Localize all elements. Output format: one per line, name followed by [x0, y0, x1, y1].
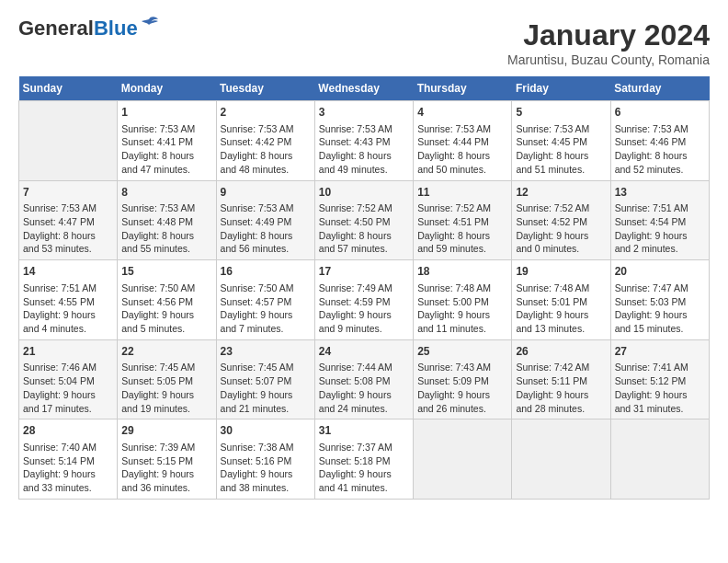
day-number: 4 [417, 105, 507, 121]
day-number: 2 [221, 105, 311, 121]
day-info: Sunrise: 7:50 AMSunset: 4:56 PMDaylight:… [121, 282, 211, 336]
calendar-cell: 24Sunrise: 7:44 AMSunset: 5:08 PMDayligh… [314, 339, 413, 419]
day-number: 25 [417, 344, 507, 360]
day-number: 18 [417, 264, 507, 280]
weekday-header-sunday: Sunday [19, 76, 118, 101]
weekday-header-friday: Friday [512, 76, 610, 101]
title-block: January 2024 Maruntisu, Buzau County, Ro… [507, 18, 710, 67]
calendar-cell: 19Sunrise: 7:48 AMSunset: 5:01 PMDayligh… [512, 260, 610, 340]
calendar-cell: 22Sunrise: 7:45 AMSunset: 5:05 PMDayligh… [118, 339, 216, 419]
calendar-week-row: 7Sunrise: 7:53 AMSunset: 4:47 PMDaylight… [19, 180, 710, 260]
day-number: 30 [221, 423, 311, 439]
day-info: Sunrise: 7:51 AMSunset: 4:54 PMDaylight:… [615, 201, 705, 256]
day-number: 7 [23, 185, 113, 201]
day-number: 13 [615, 185, 705, 201]
calendar-cell: 17Sunrise: 7:49 AMSunset: 4:59 PMDayligh… [314, 260, 413, 340]
day-info: Sunrise: 7:53 AMSunset: 4:48 PMDaylight:… [121, 201, 211, 256]
calendar-cell: 11Sunrise: 7:52 AMSunset: 4:51 PMDayligh… [414, 180, 512, 260]
day-info: Sunrise: 7:39 AMSunset: 5:15 PMDaylight:… [121, 441, 211, 495]
day-number: 23 [221, 344, 311, 360]
day-info: Sunrise: 7:51 AMSunset: 4:55 PMDaylight:… [23, 282, 113, 336]
day-info: Sunrise: 7:43 AMSunset: 5:09 PMDaylight:… [417, 361, 507, 415]
day-info: Sunrise: 7:40 AMSunset: 5:14 PMDaylight:… [23, 441, 113, 495]
calendar-cell: 26Sunrise: 7:42 AMSunset: 5:11 PMDayligh… [512, 339, 610, 419]
calendar-week-row: 1Sunrise: 7:53 AMSunset: 4:41 PMDaylight… [19, 101, 710, 181]
logo-bird-icon [140, 16, 160, 32]
calendar-cell: 10Sunrise: 7:52 AMSunset: 4:50 PMDayligh… [314, 180, 413, 260]
calendar-cell: 4Sunrise: 7:53 AMSunset: 4:44 PMDaylight… [414, 101, 512, 181]
calendar-cell: 6Sunrise: 7:53 AMSunset: 4:46 PMDaylight… [610, 101, 709, 181]
day-number: 28 [23, 423, 113, 439]
day-number: 14 [23, 264, 113, 280]
day-info: Sunrise: 7:44 AMSunset: 5:08 PMDaylight:… [319, 361, 409, 415]
day-number: 27 [615, 344, 705, 360]
calendar-cell: 13Sunrise: 7:51 AMSunset: 4:54 PMDayligh… [610, 180, 709, 260]
day-info: Sunrise: 7:45 AMSunset: 5:05 PMDaylight:… [121, 361, 211, 415]
day-number: 24 [319, 344, 409, 360]
calendar-cell: 16Sunrise: 7:50 AMSunset: 4:57 PMDayligh… [216, 260, 314, 340]
calendar-cell: 5Sunrise: 7:53 AMSunset: 4:45 PMDaylight… [512, 101, 610, 181]
day-number: 9 [221, 185, 311, 201]
day-info: Sunrise: 7:53 AMSunset: 4:41 PMDaylight:… [121, 122, 211, 177]
calendar-cell: 30Sunrise: 7:38 AMSunset: 5:16 PMDayligh… [216, 419, 314, 500]
day-info: Sunrise: 7:46 AMSunset: 5:04 PMDaylight:… [23, 361, 113, 415]
calendar-week-row: 28Sunrise: 7:40 AMSunset: 5:14 PMDayligh… [19, 419, 710, 500]
page-header: GeneralBlue January 2024 Maruntisu, Buza… [18, 18, 710, 67]
calendar-cell: 21Sunrise: 7:46 AMSunset: 5:04 PMDayligh… [19, 339, 118, 419]
calendar-cell: 25Sunrise: 7:43 AMSunset: 5:09 PMDayligh… [414, 339, 512, 419]
day-info: Sunrise: 7:38 AMSunset: 5:16 PMDaylight:… [221, 441, 311, 495]
day-info: Sunrise: 7:53 AMSunset: 4:43 PMDaylight:… [319, 122, 409, 177]
day-number: 5 [516, 105, 606, 121]
weekday-header-wednesday: Wednesday [314, 76, 413, 101]
day-info: Sunrise: 7:52 AMSunset: 4:51 PMDaylight:… [417, 201, 507, 256]
day-info: Sunrise: 7:52 AMSunset: 4:50 PMDaylight:… [319, 201, 409, 256]
calendar-week-row: 14Sunrise: 7:51 AMSunset: 4:55 PMDayligh… [19, 260, 710, 340]
day-info: Sunrise: 7:48 AMSunset: 5:00 PMDaylight:… [417, 282, 507, 336]
day-number: 20 [615, 264, 705, 280]
day-number: 3 [319, 105, 409, 121]
calendar-table: SundayMondayTuesdayWednesdayThursdayFrid… [18, 76, 710, 500]
day-info: Sunrise: 7:45 AMSunset: 5:07 PMDaylight:… [221, 361, 311, 415]
weekday-header-monday: Monday [118, 76, 216, 101]
calendar-cell [414, 419, 512, 500]
day-number: 6 [615, 105, 705, 121]
logo-text: GeneralBlue [18, 18, 138, 39]
day-number: 16 [221, 264, 311, 280]
calendar-cell: 31Sunrise: 7:37 AMSunset: 5:18 PMDayligh… [314, 419, 413, 500]
calendar-cell: 18Sunrise: 7:48 AMSunset: 5:00 PMDayligh… [414, 260, 512, 340]
calendar-cell: 2Sunrise: 7:53 AMSunset: 4:42 PMDaylight… [216, 101, 314, 181]
month-year-title: January 2024 [507, 18, 710, 52]
weekday-header-row: SundayMondayTuesdayWednesdayThursdayFrid… [19, 76, 710, 101]
day-info: Sunrise: 7:53 AMSunset: 4:42 PMDaylight:… [221, 122, 311, 177]
day-info: Sunrise: 7:42 AMSunset: 5:11 PMDaylight:… [516, 361, 606, 415]
day-number: 10 [319, 185, 409, 201]
weekday-header-saturday: Saturday [610, 76, 709, 101]
calendar-cell: 27Sunrise: 7:41 AMSunset: 5:12 PMDayligh… [610, 339, 709, 419]
calendar-cell: 23Sunrise: 7:45 AMSunset: 5:07 PMDayligh… [216, 339, 314, 419]
day-info: Sunrise: 7:52 AMSunset: 4:52 PMDaylight:… [516, 201, 606, 256]
day-number: 21 [23, 344, 113, 360]
day-info: Sunrise: 7:41 AMSunset: 5:12 PMDaylight:… [615, 361, 705, 415]
day-number: 15 [121, 264, 211, 280]
day-info: Sunrise: 7:47 AMSunset: 5:03 PMDaylight:… [615, 282, 705, 336]
calendar-cell [19, 101, 118, 181]
day-info: Sunrise: 7:37 AMSunset: 5:18 PMDaylight:… [319, 441, 409, 495]
calendar-cell: 12Sunrise: 7:52 AMSunset: 4:52 PMDayligh… [512, 180, 610, 260]
day-number: 19 [516, 264, 606, 280]
calendar-cell: 3Sunrise: 7:53 AMSunset: 4:43 PMDaylight… [314, 101, 413, 181]
day-number: 29 [121, 423, 211, 439]
calendar-week-row: 21Sunrise: 7:46 AMSunset: 5:04 PMDayligh… [19, 339, 710, 419]
calendar-cell: 14Sunrise: 7:51 AMSunset: 4:55 PMDayligh… [19, 260, 118, 340]
day-number: 12 [516, 185, 606, 201]
calendar-cell [512, 419, 610, 500]
day-number: 26 [516, 344, 606, 360]
day-number: 31 [319, 423, 409, 439]
weekday-header-tuesday: Tuesday [216, 76, 314, 101]
calendar-cell: 15Sunrise: 7:50 AMSunset: 4:56 PMDayligh… [118, 260, 216, 340]
calendar-cell: 28Sunrise: 7:40 AMSunset: 5:14 PMDayligh… [19, 419, 118, 500]
day-info: Sunrise: 7:50 AMSunset: 4:57 PMDaylight:… [221, 282, 311, 336]
weekday-header-thursday: Thursday [414, 76, 512, 101]
day-number: 11 [417, 185, 507, 201]
calendar-cell: 7Sunrise: 7:53 AMSunset: 4:47 PMDaylight… [19, 180, 118, 260]
location-subtitle: Maruntisu, Buzau County, Romania [507, 52, 710, 67]
